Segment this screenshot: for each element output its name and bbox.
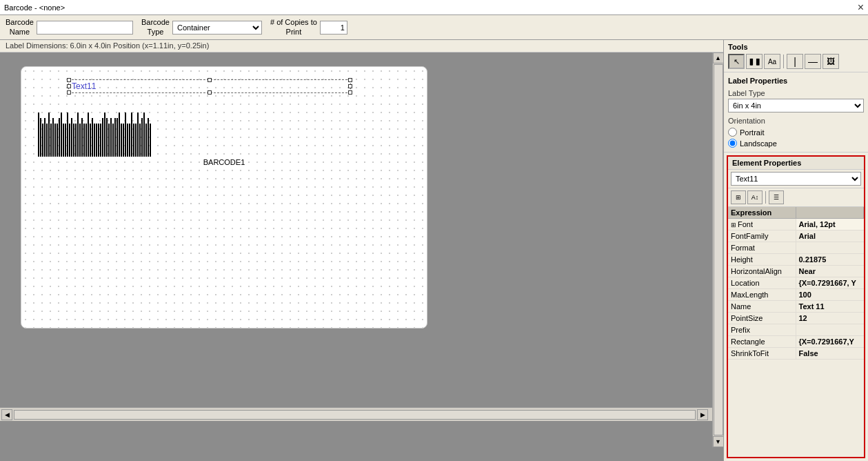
copies-input[interactable]	[320, 21, 347, 35]
table-row: Rectangle {X=0.7291667,Y	[728, 336, 864, 348]
text-tool-button[interactable]: Aa	[764, 54, 780, 69]
props-value-name[interactable]: Text 11	[796, 301, 865, 312]
table-row: PointSize 12	[728, 313, 864, 324]
barcode-area: BARCODE1	[35, 108, 413, 166]
barcode-type-label: BarcodeType	[141, 18, 170, 36]
scroll-up-button[interactable]: ▲	[713, 52, 724, 63]
element-select[interactable]: Text11	[731, 172, 861, 186]
orientation-label: Orientation	[728, 117, 864, 125]
tools-bar: ↖ ▐▌▐▌ Aa | — 🖼	[728, 54, 864, 69]
handle-tr[interactable]	[348, 78, 352, 82]
barcode-name-group: BarcodeName	[6, 18, 133, 36]
scroll-right-button[interactable]: ▶	[697, 409, 708, 420]
handle-bl[interactable]	[67, 90, 71, 95]
handle-br[interactable]	[348, 90, 352, 95]
image-tool-button[interactable]: 🖼	[822, 54, 839, 69]
properties-tab-button[interactable]: ⊞	[731, 190, 746, 204]
expand-icon[interactable]: ⊞	[731, 222, 736, 228]
barcode-tool-button[interactable]: ▐▌▐▌	[746, 54, 763, 69]
canvas-area: Label Dimensions: 6.0in x 4.0in Position…	[0, 40, 723, 461]
props-key-prefix: Prefix	[728, 324, 796, 335]
landscape-radio[interactable]	[728, 139, 737, 148]
tools-divider-1	[783, 55, 784, 68]
landscape-label: Landscape	[740, 139, 777, 148]
header-expression: Expression	[728, 207, 796, 218]
handle-bm[interactable]	[208, 90, 212, 95]
table-row: Height 0.21875	[728, 254, 864, 266]
element-properties-title: Element Properties	[728, 157, 864, 170]
props-key-maxlength: MaxLength	[728, 289, 796, 300]
elem-toolbar-divider	[765, 191, 766, 204]
vertical-scrollbar-track[interactable]	[714, 64, 723, 435]
props-header: Expression	[728, 207, 864, 219]
landscape-radio-item: Landscape	[728, 139, 864, 148]
portrait-label: Portrait	[740, 128, 764, 137]
title-bar-text: Barcode - <none>	[4, 3, 65, 12]
props-value-fontfamily[interactable]: Arial	[796, 230, 865, 242]
props-value-location[interactable]: {X=0.7291667, Y	[796, 277, 865, 288]
props-key-name: Name	[728, 301, 796, 312]
element-properties-section: Element Properties Text11 ⊞ A↕ ☰ Express…	[727, 155, 865, 458]
canvas-scroll-container: Text11 BARCODE1 ◀ ▶	[0, 52, 712, 421]
table-row: Location {X=0.7291667, Y	[728, 277, 864, 289]
main-layout: Label Dimensions: 6.0in x 4.0in Position…	[0, 40, 868, 461]
label-type-select[interactable]: 6in x 4in 4in x 6in 3in x 2in 2in x 1in	[728, 99, 864, 112]
props-value-pointsize[interactable]: 12	[796, 313, 865, 324]
props-value-rectangle[interactable]: {X=0.7291667,Y	[796, 336, 865, 347]
props-value-height[interactable]: 0.21875	[796, 254, 865, 265]
info-tab-button[interactable]: ☰	[769, 190, 784, 204]
label-canvas: Text11 BARCODE1	[21, 66, 427, 328]
barcode-name-label: BarcodeName	[6, 18, 34, 36]
canvas-background	[21, 67, 427, 328]
label-properties-section: Label Properties Label Type 6in x 4in 4i…	[724, 72, 868, 153]
props-value-horizontalalign[interactable]: Near	[796, 266, 865, 277]
close-button[interactable]: ×	[858, 1, 864, 14]
props-value-maxlength[interactable]: 100	[796, 289, 865, 300]
barcode-name-input[interactable]	[37, 21, 133, 35]
text-element[interactable]: Text11	[68, 79, 351, 93]
tools-section: Tools ↖ ▐▌▐▌ Aa | — 🖼	[724, 40, 868, 72]
handle-mr[interactable]	[348, 84, 352, 88]
header-value	[796, 207, 865, 218]
barcode-type-select[interactable]: Container Code128 Code39 QR Code	[172, 21, 262, 35]
handle-ml[interactable]	[67, 84, 71, 88]
canvas-status-bar: Label Dimensions: 6.0in x 4.0in Position…	[0, 40, 723, 52]
scroll-left-button[interactable]: ◀	[1, 409, 12, 420]
props-value-shrinktofit[interactable]: False	[796, 348, 865, 359]
table-row: ⊞Font Arial, 12pt	[728, 219, 864, 230]
props-key-height: Height	[728, 254, 796, 265]
table-row: HorizontalAlign Near	[728, 266, 864, 277]
scroll-down-button[interactable]: ▼	[713, 436, 724, 447]
sort-tab-button[interactable]: A↕	[747, 190, 763, 204]
props-key-location: Location	[728, 277, 796, 288]
barcode-type-group: BarcodeType Container Code128 Code39 QR …	[141, 18, 262, 36]
table-row: FontFamily Arial	[728, 230, 864, 242]
props-key-shrinktofit: ShrinkToFit	[728, 348, 796, 359]
label-properties-title: Label Properties	[728, 77, 864, 85]
select-tool-button[interactable]: ↖	[728, 54, 745, 69]
bottom-scrollbar: ◀ ▶	[0, 407, 712, 421]
orientation-radio-group: Portrait Landscape	[728, 128, 864, 148]
table-row: ShrinkToFit False	[728, 348, 864, 360]
minus-tool-button[interactable]: —	[805, 54, 821, 69]
title-bar: Barcode - <none> ×	[0, 0, 868, 15]
props-key-font: ⊞Font	[728, 219, 796, 230]
barcode-bars	[38, 108, 410, 157]
props-key-format: Format	[728, 242, 796, 253]
props-value-format[interactable]	[796, 242, 865, 253]
portrait-radio[interactable]	[728, 128, 737, 137]
portrait-radio-item: Portrait	[728, 128, 864, 137]
element-dropdown-row: Text11	[728, 170, 864, 188]
horizontal-scrollbar-track[interactable]	[14, 410, 696, 420]
handle-tl[interactable]	[67, 78, 71, 82]
props-key-pointsize: PointSize	[728, 313, 796, 324]
copies-group: # of Copies toPrint	[270, 18, 347, 36]
line-tool-button[interactable]: |	[787, 54, 803, 69]
handle-tm[interactable]	[208, 78, 212, 82]
vertical-scrollbar: ▲ ▼	[712, 52, 723, 447]
props-key-rectangle: Rectangle	[728, 336, 796, 347]
label-type-label: Label Type	[728, 89, 864, 97]
table-row: Name Text 11	[728, 301, 864, 313]
barcode-label-text: BARCODE1	[203, 158, 245, 166]
props-value-prefix[interactable]	[796, 324, 865, 335]
